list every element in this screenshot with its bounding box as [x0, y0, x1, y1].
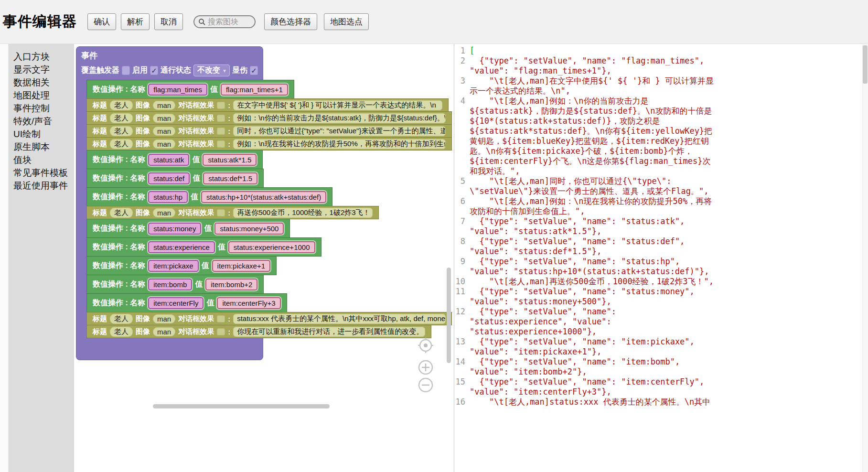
dialog-effect-checkbox[interactable] [217, 102, 225, 109]
dialog-effect-checkbox[interactable] [217, 209, 225, 216]
toolbox-item-text[interactable]: 显示文字 [9, 63, 74, 76]
parse-button[interactable]: 解析 [121, 13, 150, 30]
setvalue-block[interactable]: 数值操作 : 名称 status:def 值 status:def*1.5 [86, 169, 264, 188]
name-field-pill[interactable]: item:centerFly [148, 297, 204, 309]
dialog-effect-checkbox[interactable] [217, 140, 225, 148]
map-pick-button[interactable]: 地图选点 [324, 13, 369, 30]
dialog-text-field[interactable]: 再送你500金币，1000经验，1破2炸3飞！ [233, 208, 373, 218]
recenter-crosshair-button[interactable] [417, 336, 435, 354]
dialog-block[interactable]: 标题 老人 图像 man 对话框效果 : 在文字中使用${' ${ '}和 } … [86, 98, 449, 112]
code-editor[interactable]: 1[ 2 {"type": "setValue", "name": "flag:… [454, 44, 868, 472]
dialog-text-field[interactable]: status:xxx 代表勇士的某个属性。\n其中xxx可取hp, atk, d… [233, 314, 446, 324]
dialog-effect-checkbox[interactable] [217, 328, 225, 335]
setvalue-block[interactable]: 数值操作 : 名称 status:experience 值 status:exp… [86, 237, 321, 257]
zoom-in-button[interactable] [418, 359, 434, 375]
damage-checkbox[interactable]: ✓ [250, 66, 258, 75]
code-scrollbar-thumb[interactable] [863, 45, 868, 84]
title-field[interactable]: 老人 [110, 113, 133, 123]
name-field-pill[interactable]: status:money [148, 223, 201, 235]
workspace-vertical-scrollbar[interactable] [447, 268, 451, 363]
search-box[interactable] [193, 15, 256, 28]
dialog-block[interactable]: 标题 老人 图像 man 对话框效果 : 再送你500金币，1000经验，1破2… [86, 206, 379, 219]
search-input[interactable] [208, 18, 252, 26]
toolbox-item-value[interactable]: 值块 [9, 153, 74, 166]
toolbox-item-script[interactable]: 原生脚本 [9, 140, 74, 153]
line-number: 6 [454, 196, 470, 216]
title-field[interactable]: 老人 [110, 327, 133, 337]
value-field-pill[interactable]: status:hp+10*(status:atk+status:def) [201, 191, 326, 203]
line-number: 7 [454, 216, 470, 236]
value-field-pill[interactable]: flag:man_times+1 [221, 84, 288, 96]
name-field-pill[interactable]: item:pickaxe [148, 260, 198, 272]
name-field-pill[interactable]: status:experience [148, 241, 215, 253]
color-picker-button[interactable]: 颜色选择器 [264, 13, 317, 30]
event-block-header[interactable]: 事件 覆盖触发器 启用 ✓ 通行状态 不改变 ▾ 显伤 ✓ [76, 46, 263, 80]
name-field-pill[interactable]: item:bomb [148, 279, 192, 290]
toolbox-item-ui[interactable]: UI绘制 [9, 128, 74, 140]
name-field-pill[interactable]: status:atk [148, 154, 189, 166]
image-field[interactable]: man [153, 101, 175, 110]
dialog-effect-checkbox[interactable] [217, 115, 225, 122]
title-field[interactable]: 老人 [110, 139, 133, 149]
name-field-pill[interactable]: flag:man_times [148, 84, 207, 96]
image-field[interactable]: man [153, 314, 175, 323]
enable-checkbox[interactable]: ✓ [150, 66, 158, 75]
code-scrollbar-track[interactable] [862, 44, 868, 472]
dialog-text-field[interactable]: 同时，你也可以通过{"type": "setValue"}来设置一个勇士的属性、… [233, 126, 446, 136]
setvalue-block[interactable]: 数值操作 : 名称 item:centerFly 值 item:centerFl… [86, 293, 287, 312]
image-field[interactable]: man [153, 208, 175, 217]
image-field[interactable]: man [153, 139, 175, 149]
dialog-block[interactable]: 标题 老人 图像 man 对话框效果 : status:xxx 代表勇士的某个属… [86, 312, 452, 325]
toolbox-item-templates[interactable]: 常见事件模板 [9, 166, 74, 179]
block-toolbox: 入口方块 显示文字 数据相关 地图处理 事件控制 特效/声音 UI绘制 原生脚本… [9, 44, 74, 472]
zoom-out-button[interactable] [418, 377, 434, 393]
setvalue-block[interactable]: 数值操作 : 名称 status:hp 值 status:hp+10*(stat… [86, 187, 332, 206]
title-field[interactable]: 老人 [110, 314, 133, 324]
name-field-pill[interactable]: status:hp [148, 191, 188, 203]
event-block[interactable]: 事件 覆盖触发器 启用 ✓ 通行状态 不改变 ▾ 显伤 ✓ [76, 46, 452, 360]
cancel-button[interactable]: 取消 [154, 13, 183, 30]
value-field-pill[interactable]: status:money+500 [214, 223, 284, 235]
value-field-pill[interactable]: item:bomb+2 [205, 279, 257, 290]
toolbox-item-entry[interactable]: 入口方块 [9, 50, 74, 63]
dialog-text-field[interactable]: 例如：\n现在我将让你的攻防提升50%，再将攻防和的十倍加到生命值上。 [233, 139, 446, 149]
workspace-horizontal-scrollbar[interactable] [153, 404, 330, 408]
dialog-effect-checkbox[interactable] [217, 315, 225, 322]
value-field-pill[interactable]: item:pickaxe+1 [212, 260, 270, 272]
toolbox-item-data[interactable]: 数据相关 [9, 76, 74, 89]
image-field[interactable]: man [153, 127, 175, 136]
dialog-effect-checkbox[interactable] [217, 128, 225, 135]
image-field[interactable]: man [153, 327, 175, 336]
setvalue-block[interactable]: 数值操作 : 名称 item:pickaxe 值 item:pickaxe+1 [86, 256, 277, 275]
value-field-pill[interactable]: status:experience+1000 [228, 241, 315, 253]
line-number: 11 [454, 287, 470, 307]
toolbox-item-map[interactable]: 地图处理 [9, 89, 74, 102]
title-field[interactable]: 老人 [110, 100, 133, 110]
value-field-pill[interactable]: item:centerFly+3 [217, 297, 280, 309]
dialog-block[interactable]: 标题 老人 图像 man 对话框效果 : 例如：\n你的当前攻击力是${stat… [86, 111, 452, 125]
toolbox-item-control[interactable]: 事件控制 [9, 102, 74, 115]
value-field-pill[interactable]: status:def*1.5 [203, 172, 257, 184]
dialog-block[interactable]: 标题 老人 图像 man 对话框效果 : 例如：\n现在我将让你的攻防提升50%… [86, 137, 452, 150]
toolbox-item-recent[interactable]: 最近使用事件 [9, 179, 74, 192]
value-field-pill[interactable]: status:atk*1.5 [203, 154, 257, 166]
setvalue-block[interactable]: 数值操作 : 名称 item:bomb 值 item:bomb+2 [86, 275, 264, 294]
line-number: 10 [454, 277, 470, 287]
setvalue-block[interactable]: 数值操作 : 名称 status:money 值 status:money+50… [86, 219, 290, 238]
override-trigger-checkbox[interactable] [122, 66, 130, 75]
dialog-text-field[interactable]: 例如：\n你的当前攻击力是${status:atk}，防御力是${status:… [233, 113, 446, 123]
image-field[interactable]: man [153, 114, 175, 123]
pass-state-dropdown[interactable]: 不改变 ▾ [193, 64, 230, 76]
setvalue-block[interactable]: 数值操作 : 名称 status:atk 值 status:atk*1.5 [86, 150, 263, 169]
title-field[interactable]: 老人 [110, 208, 133, 218]
dialog-block[interactable]: 标题 老人 图像 man 对话框效果 : 同时，你也可以通过{"type": "… [86, 124, 452, 138]
setvalue-block[interactable]: 数值操作 : 名称 flag:man_times 值 flag:man_time… [86, 80, 294, 99]
dialog-text-field[interactable]: 在文字中使用${' ${ '}和 } 可以计算并显示一个表达式的结果。\n [233, 100, 442, 110]
confirm-button[interactable]: 确认 [87, 13, 116, 30]
name-field-pill[interactable]: status:def [148, 172, 190, 184]
blockly-workspace[interactable]: 事件 覆盖触发器 启用 ✓ 通行状态 不改变 ▾ 显伤 ✓ [74, 44, 454, 472]
title-field[interactable]: 老人 [110, 126, 133, 136]
toolbox-item-effects[interactable]: 特效/声音 [9, 115, 74, 128]
dialog-text-field[interactable]: 你现在可以重新和我进行对话，进一步看到属性值的改变。 [233, 327, 425, 337]
dialog-block[interactable]: 标题 老人 图像 man 对话框效果 : 你现在可以重新和我进行对话，进一步看到… [86, 325, 431, 338]
